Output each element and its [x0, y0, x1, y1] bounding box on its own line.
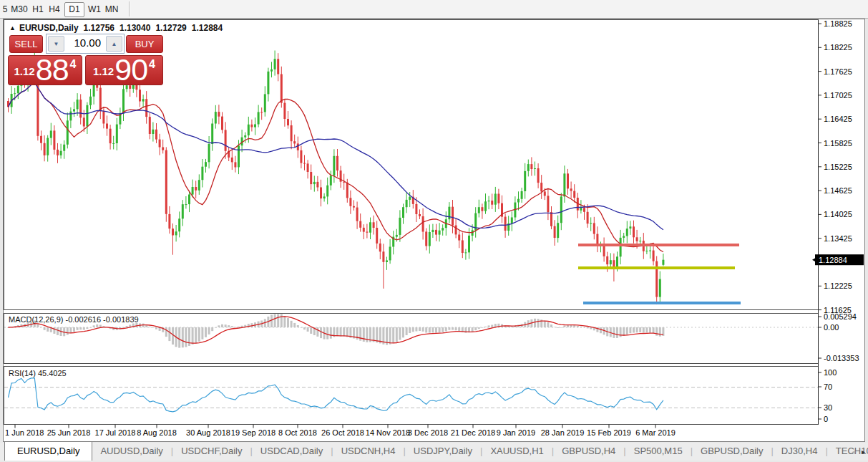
macd-axis-label: 0.00: [824, 323, 839, 332]
collapse-triangle-icon[interactable]: ▲: [9, 24, 16, 32]
date-axis-label: 9 Jan 2019: [497, 428, 535, 437]
timeframe-mn[interactable]: MN: [104, 2, 120, 17]
date-axis-label: 8 Oct 2018: [278, 428, 317, 437]
timeframe-d1[interactable]: D1: [64, 2, 84, 17]
macd-indicator-label: MACD(12,26,9) -0.002616 -0.001839: [9, 315, 139, 324]
sell-price-panel[interactable]: 1.12884: [8, 55, 82, 85]
timeframe-w1[interactable]: W1: [87, 2, 102, 17]
buy-price-prefix: 1.12: [93, 65, 114, 77]
rsi-line: [9, 378, 663, 412]
date-axis-label: 1 Jun 2018: [5, 428, 44, 437]
rsi-axis-label: 100: [824, 368, 837, 377]
chart-symbol-header: ▲EURUSD,Daily1.127561.130401.127291.1288…: [9, 23, 223, 33]
tab-usdchf-daily[interactable]: USDCHF,Daily: [173, 443, 250, 461]
timeframe-m30[interactable]: M30: [9, 2, 29, 17]
date-axis-label: 3 Dec 2018: [408, 428, 448, 437]
buy-price-big: 90: [114, 57, 147, 82]
price-axis-label: 1.12225: [824, 281, 852, 290]
price-axis-label: 1.17025: [824, 91, 852, 100]
price-axis-label: 1.18225: [824, 43, 852, 52]
date-axis-label: 25 Jun 2018: [47, 428, 91, 437]
ma-slow-line: [9, 82, 663, 230]
tab-gbpusd-h4[interactable]: GBPUSD,H4: [554, 443, 623, 461]
date-axis-label: 15 Feb 2019: [587, 428, 631, 437]
timeframe-h4[interactable]: H4: [47, 2, 62, 17]
tab-gbpusd-daily[interactable]: GBPUSD,Daily: [693, 443, 771, 461]
tabs-scroll-right-icon[interactable]: ▸: [862, 448, 865, 456]
price-axis-label: 1.16425: [824, 115, 852, 123]
quote-high: 1.13040: [120, 23, 150, 33]
date-axis-label: 6 Mar 2019: [635, 428, 676, 437]
quote-open: 1.12756: [84, 23, 114, 33]
buy-price-pip: 4: [149, 58, 155, 71]
price-axis-label: 1.13425: [824, 234, 852, 243]
date-axis-label: 14 Nov 2018: [366, 428, 410, 437]
timeframe-h1[interactable]: H1: [31, 2, 44, 17]
buy-price-panel[interactable]: 1.12904: [85, 55, 163, 85]
sell-button[interactable]: SELL: [9, 35, 43, 53]
tab-sp500-m15[interactable]: SP500,M15: [626, 443, 691, 461]
volume-decrease-button[interactable]: ▼: [48, 36, 64, 52]
timeframe-toolbar: 5M30H1H4D1W1MN: [0, 0, 868, 19]
rsi-axis-label: 30: [824, 403, 832, 412]
tab-xauusd-h1[interactable]: XAUUSD,H1: [482, 443, 551, 461]
price-axis-label: 1.14625: [824, 186, 852, 195]
rsi-axis-label: 0: [824, 415, 828, 423]
buy-button[interactable]: BUY: [126, 35, 163, 53]
toolbar-separator: [129, 1, 130, 16]
sell-price-pip: 4: [70, 58, 77, 71]
price-axis-label: 1.15225: [824, 163, 852, 171]
tab-usdcad-daily[interactable]: USDCAD,Daily: [253, 443, 331, 461]
tabs-scroll-left-icon[interactable]: ◂: [852, 448, 855, 456]
price-axis-label: 1.14025: [824, 210, 852, 218]
date-axis-label: 26 Oct 2018: [321, 428, 364, 437]
quote-close: 1.12884: [192, 23, 223, 33]
chart-window: 1.188251.182251.176251.170251.164251.158…: [3, 19, 865, 442]
symbol-label: EURUSD,Daily: [19, 23, 79, 33]
trading-app: { "toolbar": { "timeframes": [ {"label":…: [0, 0, 868, 462]
rsi-axis-label: 70: [824, 382, 832, 391]
tab-usdcnh-h4[interactable]: USDCNH,H4: [333, 443, 404, 461]
tab-dj30-h4[interactable]: DJ30,H4: [774, 443, 826, 461]
date-axis-label: 21 Dec 2018: [451, 428, 495, 437]
volume-input[interactable]: 10.00: [66, 34, 104, 53]
price-axis-label: 1.15825: [824, 139, 852, 148]
price-axis-label: 1.18825: [824, 19, 852, 28]
macd-axis-label: -0.013353: [824, 354, 859, 362]
macd-axis-label: 0.005294: [824, 312, 857, 321]
date-axis-label: 30 Aug 2018: [186, 428, 230, 437]
date-axis-label: 28 Jan 2019: [541, 428, 585, 437]
date-axis-label: 19 Sep 2018: [231, 428, 275, 437]
tab-audusd-daily[interactable]: AUDUSD,Daily: [92, 443, 170, 461]
sell-price-prefix: 1.12: [14, 65, 35, 77]
timeframe-5[interactable]: 5: [1, 2, 9, 17]
price-axis-label: 1.17625: [824, 67, 852, 76]
tab-usdjpy-daily[interactable]: USDJPY,Daily: [406, 443, 480, 461]
volume-stepper: ▼ 10.00 ▲: [46, 34, 125, 54]
sell-price-big: 88: [36, 57, 69, 82]
tab-eurusd-daily[interactable]: EURUSD,Daily: [4, 441, 92, 461]
date-axis-label: 8 Aug 2018: [137, 428, 177, 437]
rsi-indicator-label: RSI(14) 45.4025: [9, 369, 67, 377]
volume-increase-button[interactable]: ▲: [106, 36, 122, 52]
instrument-tab-bar: EURUSD,DailyAUDUSD,Daily|USDCHF,Daily|US…: [0, 443, 868, 461]
quote-low: 1.12729: [155, 23, 186, 33]
current-price-badge-label: 1.12884: [819, 256, 847, 264]
ma-fast-line: [9, 82, 663, 252]
date-axis-label: 17 Jul 2018: [95, 428, 136, 437]
